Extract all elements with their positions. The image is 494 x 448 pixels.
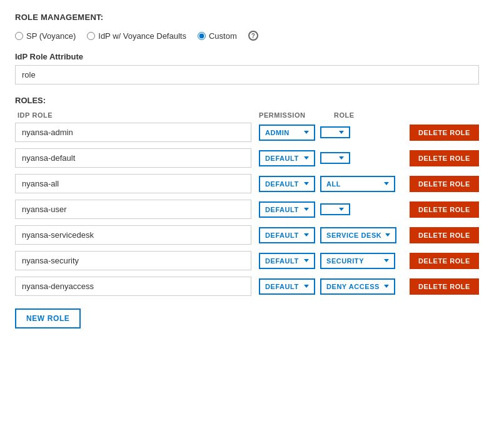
delete-role-button[interactable]: DELETE ROLE (410, 150, 479, 166)
header-permission: PERMISSION (259, 111, 334, 119)
permission-dropdown[interactable]: DEFAULT (259, 227, 315, 243)
idp-role-input[interactable] (15, 174, 251, 193)
idp-role-attribute-label: IdP Role Attribute (15, 52, 479, 61)
role-dropdown[interactable]: DENY ACCESS (320, 278, 395, 295)
permission-dropdown[interactable]: DEFAULT (259, 253, 315, 269)
radio-custom-input[interactable] (198, 32, 206, 40)
dropdown-arrow-icon (384, 182, 389, 185)
role-dropdown[interactable] (320, 152, 350, 164)
dropdown-arrow-icon (339, 156, 344, 160)
role-dropdown[interactable]: ALL (320, 176, 395, 192)
radio-idp-defaults-input[interactable] (87, 32, 95, 40)
idp-role-input[interactable] (15, 148, 251, 168)
radio-idp-defaults-label: IdP w/ Voyance Defaults (98, 31, 186, 41)
role-row: DEFAULTDELETE ROLE (15, 200, 479, 219)
header-role: ROLE (334, 111, 421, 119)
radio-custom[interactable]: Custom (198, 31, 237, 41)
dropdown-arrow-icon (384, 285, 389, 288)
idp-role-input[interactable] (15, 277, 251, 296)
role-dropdown[interactable] (320, 126, 350, 138)
dropdown-arrow-icon (339, 208, 344, 211)
dropdown-arrow-icon (304, 131, 309, 134)
dropdown-arrow-icon (304, 208, 309, 211)
new-role-button[interactable]: NEW ROLE (15, 308, 81, 328)
delete-role-button[interactable]: DELETE ROLE (410, 201, 479, 218)
idp-role-input[interactable] (15, 251, 251, 270)
dropdown-arrow-icon (304, 156, 309, 160)
idp-role-attribute-input[interactable] (15, 65, 479, 84)
permission-dropdown[interactable]: ADMIN (259, 125, 315, 141)
role-dropdown[interactable] (320, 203, 350, 215)
help-icon[interactable]: ? (248, 31, 258, 41)
dropdown-arrow-icon (304, 182, 309, 185)
permission-dropdown[interactable]: DEFAULT (259, 176, 315, 192)
dropdown-arrow-icon (304, 259, 309, 262)
header-idp-role: IDP ROLE (15, 111, 259, 119)
delete-role-button[interactable]: DELETE ROLE (410, 253, 479, 269)
radio-idp-defaults[interactable]: IdP w/ Voyance Defaults (87, 31, 186, 41)
role-row: DEFAULTALLDELETE ROLE (15, 174, 479, 193)
role-row: DEFAULTSERVICE DESKDELETE ROLE (15, 225, 479, 245)
delete-role-button[interactable]: DELETE ROLE (410, 278, 479, 295)
idp-role-input[interactable] (15, 200, 251, 219)
radio-sp-voyance-input[interactable] (15, 32, 23, 40)
roles-title: ROLES: (15, 96, 479, 105)
radio-sp-voyance[interactable]: SP (Voyance) (15, 31, 76, 41)
permission-dropdown[interactable]: DEFAULT (259, 201, 315, 218)
dropdown-arrow-icon (339, 131, 344, 134)
permission-dropdown[interactable]: DEFAULT (259, 278, 315, 295)
idp-role-input[interactable] (15, 225, 251, 245)
section-title: ROLE MANAGEMENT: (15, 13, 479, 22)
dropdown-arrow-icon (304, 285, 309, 288)
dropdown-arrow-icon (304, 233, 309, 237)
role-management-radio-group: SP (Voyance) IdP w/ Voyance Defaults Cus… (15, 31, 479, 41)
radio-sp-voyance-label: SP (Voyance) (26, 31, 76, 41)
role-dropdown[interactable]: SECURITY (320, 253, 395, 269)
role-management-section: ROLE MANAGEMENT: SP (Voyance) IdP w/ Voy… (15, 13, 479, 328)
radio-custom-label: Custom (209, 31, 237, 41)
role-row: DEFAULTSECURITYDELETE ROLE (15, 251, 479, 270)
permission-dropdown[interactable]: DEFAULT (259, 150, 315, 166)
delete-role-button[interactable]: DELETE ROLE (410, 125, 479, 141)
role-row: ADMINDELETE ROLE (15, 123, 479, 142)
roles-list: ADMINDELETE ROLEDEFAULTDELETE ROLEDEFAUL… (15, 123, 479, 296)
delete-role-button[interactable]: DELETE ROLE (410, 227, 479, 243)
dropdown-arrow-icon (384, 259, 389, 262)
delete-role-button[interactable]: DELETE ROLE (410, 176, 479, 192)
idp-role-input[interactable] (15, 123, 251, 142)
role-row: DEFAULTDENY ACCESSDELETE ROLE (15, 277, 479, 296)
role-dropdown[interactable]: SERVICE DESK (320, 227, 396, 243)
dropdown-arrow-icon (385, 233, 390, 237)
roles-table-header: IDP ROLE PERMISSION ROLE (15, 111, 479, 123)
role-row: DEFAULTDELETE ROLE (15, 148, 479, 168)
